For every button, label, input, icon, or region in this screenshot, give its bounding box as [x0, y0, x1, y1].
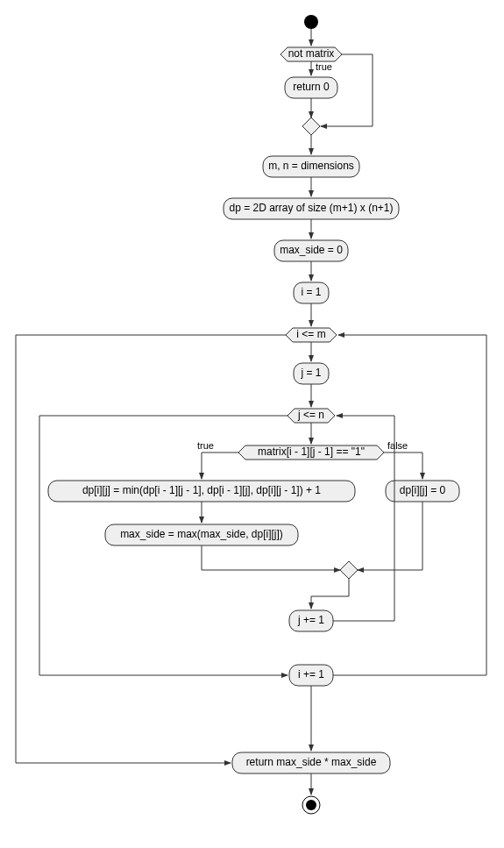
action-label: dp = 2D array of size (m+1) x (n+1) — [229, 202, 393, 214]
action-label: dp[i][j] = min(dp[i - 1][j - 1], dp[i - … — [82, 484, 321, 496]
decision-label: j <= n — [297, 409, 324, 421]
decision-j-loop: j <= n — [287, 409, 335, 423]
action-label: i += 1 — [298, 668, 324, 681]
decision-matrix-one: matrix[i - 1][j - 1] == "1" — [238, 445, 384, 460]
decision-not-matrix: not matrix — [280, 47, 342, 61]
action-dimensions: m, n = dimensions — [263, 156, 359, 177]
action-dp-init: dp = 2D array of size (m+1) x (n+1) — [224, 198, 399, 219]
action-label: m, n = dimensions — [268, 160, 354, 172]
action-maxside-init: max_side = 0 — [274, 240, 348, 261]
edge-label-true: true — [197, 440, 214, 451]
action-label: max_side = max(max_side, dp[i][j]) — [120, 528, 283, 540]
action-i-init: i = 1 — [294, 282, 329, 303]
action-maxside-update: max_side = max(max_side, dp[i][j]) — [105, 524, 298, 545]
end-node — [302, 796, 320, 814]
action-label: dp[i][j] = 0 — [400, 484, 446, 496]
action-label: max_side = 0 — [280, 244, 343, 256]
decision-label: not matrix — [288, 47, 335, 60]
decision-label: i <= m — [296, 328, 325, 340]
action-label: return max_side * max_side — [246, 756, 377, 768]
action-j-inc: j += 1 — [289, 610, 333, 631]
edge-label-false: false — [387, 440, 408, 451]
action-label: i = 1 — [301, 286, 321, 298]
action-label: j = 1 — [300, 367, 321, 379]
decision-i-loop: i <= m — [286, 328, 337, 342]
merge-diamond-1 — [302, 118, 320, 135]
svg-point-32 — [306, 800, 316, 810]
action-return-max: return max_side * max_side — [232, 752, 390, 773]
action-return-0: return 0 — [285, 77, 337, 98]
flowchart-diagram: not matrix true return 0 m, n = dimensio… — [0, 0, 504, 848]
edge-label-true: true — [316, 61, 332, 72]
action-dp-min: dp[i][j] = min(dp[i - 1][j - 1], dp[i - … — [48, 481, 355, 502]
action-label: j += 1 — [297, 614, 324, 626]
merge-diamond-2 — [340, 561, 358, 579]
start-node — [304, 15, 318, 29]
action-dp-zero: dp[i][j] = 0 — [386, 481, 459, 502]
action-label: return 0 — [293, 81, 330, 93]
decision-label: matrix[i - 1][j - 1] == "1" — [258, 445, 365, 458]
action-j-init: j = 1 — [294, 363, 329, 384]
action-i-inc: i += 1 — [289, 665, 333, 686]
